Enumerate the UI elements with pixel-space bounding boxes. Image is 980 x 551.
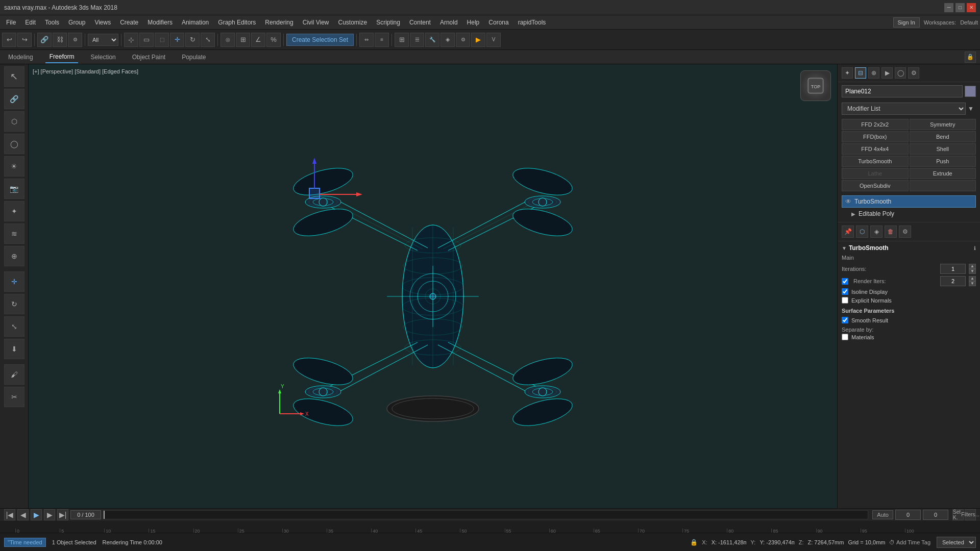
menu-content[interactable]: Content [405, 17, 435, 28]
scene-button[interactable]: 🔧 [425, 33, 439, 47]
lt-rotate[interactable]: ↻ [4, 294, 24, 314]
lt-select[interactable]: ↖ [4, 66, 24, 87]
tl-prev-frame[interactable]: ◀ [17, 509, 29, 520]
tl-next-end[interactable]: ▶| [57, 509, 68, 520]
tab-freeform[interactable]: Freeform [45, 51, 79, 63]
mod-opensubdiv[interactable]: OpenSubdiv [842, 180, 909, 191]
utility-panel-icon[interactable]: ⚙ [908, 67, 919, 79]
lt-knife[interactable]: ✂ [4, 387, 24, 407]
undo-button[interactable]: ↩ [2, 33, 16, 47]
timeline-track[interactable] [103, 510, 868, 519]
select-all-button[interactable]: ⬚ [155, 33, 169, 47]
tab-modeling[interactable]: Modeling [4, 52, 37, 63]
grid-view-button[interactable]: ⊞ [395, 33, 409, 47]
vray-button[interactable]: V [486, 33, 501, 47]
unlink-button[interactable]: ⛓ [53, 33, 67, 47]
render-iters-checkbox[interactable] [842, 278, 848, 285]
configure-button[interactable]: ⚙ [899, 226, 911, 238]
sign-in-button[interactable]: Sign In [893, 17, 920, 28]
menu-rendering[interactable]: Rendering [261, 17, 297, 28]
make-unique-button[interactable]: ◈ [870, 226, 883, 238]
menu-rapid-tools[interactable]: rapidTools [514, 17, 550, 28]
maximize-button[interactable]: □ [955, 3, 965, 12]
mirror-button[interactable]: ⇔ [359, 33, 374, 47]
tl-next-frame[interactable]: ▶ [44, 509, 55, 520]
selection-lock-icon[interactable]: 🔒 [690, 539, 698, 546]
lt-link[interactable]: 🔗 [4, 89, 24, 109]
lt-light[interactable]: ☀ [4, 156, 24, 177]
mod-ffd-2x2[interactable]: FFD 2x2x2 [842, 119, 909, 130]
tab-selection[interactable]: Selection [86, 52, 119, 63]
link-button[interactable]: 🔗 [37, 33, 52, 47]
menu-scripting[interactable]: Scripting [372, 17, 404, 28]
motion-panel-icon[interactable]: ▶ [881, 67, 893, 79]
tl-play[interactable]: ▶ [31, 509, 42, 520]
percent-snap-button[interactable]: % [266, 33, 281, 47]
expand-icon[interactable]: ▶ [851, 211, 855, 217]
key-end-input[interactable] [923, 510, 948, 520]
close-button[interactable]: ✕ [967, 3, 976, 12]
lt-helpers[interactable]: ✦ [4, 201, 24, 221]
render-button[interactable]: ▶ [471, 33, 485, 47]
mod-turbosmooth[interactable]: TurboSmooth [842, 156, 909, 167]
menu-group[interactable]: Group [64, 17, 89, 28]
menu-help[interactable]: Help [463, 17, 484, 28]
key-filters-button[interactable]: Filters... [965, 509, 976, 520]
mod-bend[interactable]: Bend [910, 131, 976, 142]
scale-button[interactable]: ⤡ [201, 33, 215, 47]
move-button[interactable]: ✛ [170, 33, 184, 47]
lt-systems[interactable]: ⊕ [4, 246, 24, 266]
iterations-input[interactable] [940, 264, 966, 274]
render-iters-input[interactable] [940, 276, 966, 286]
stack-item-turbosmooth[interactable]: 👁 TurboSmooth [842, 195, 976, 208]
object-color-swatch[interactable] [965, 86, 976, 97]
isoline-checkbox[interactable] [842, 288, 848, 295]
menu-customize[interactable]: Customize [334, 17, 372, 28]
select-button[interactable]: ⊹ [124, 33, 138, 47]
lt-paint[interactable]: 🖌 [4, 364, 24, 385]
angle-snap-button[interactable]: ∠ [251, 33, 265, 47]
tab-populate[interactable]: Populate [178, 52, 210, 63]
collapse-icon[interactable]: ▼ [842, 245, 847, 251]
redo-button[interactable]: ↪ [17, 33, 32, 47]
tl-prev-start[interactable]: |◀ [4, 509, 15, 520]
menu-animation[interactable]: Animation [178, 17, 213, 28]
align-button[interactable]: ≡ [375, 33, 389, 47]
modifier-list-dropdown[interactable]: Modifier List [842, 103, 966, 115]
render-iters-down[interactable]: ▼ [969, 281, 976, 286]
mod-ffd-4x4[interactable]: FFD 4x4x4 [842, 143, 909, 155]
explicit-normals-checkbox[interactable] [842, 297, 848, 304]
layer-button[interactable]: ☰ [410, 33, 424, 47]
stack-item-editablepoly[interactable]: ▶ Editable Poly [842, 208, 976, 220]
lt-geo[interactable]: ⬡ [4, 111, 24, 132]
render-setup-button[interactable]: ⚙ [456, 33, 470, 47]
mod-shell[interactable]: Shell [910, 143, 976, 155]
mod-symmetry[interactable]: Symmetry [910, 119, 976, 130]
auto-key-button[interactable]: Auto [872, 510, 893, 519]
menu-file[interactable]: File [2, 17, 20, 28]
iterations-down[interactable]: ▼ [969, 269, 976, 274]
menu-create[interactable]: Create [116, 17, 142, 28]
create-panel-icon[interactable]: ✦ [842, 67, 853, 79]
viewport[interactable]: [+] [Perspective] [Standard] [Edged Face… [29, 64, 837, 508]
remove-modifier-button[interactable]: 🗑 [885, 226, 897, 238]
tab-object-paint[interactable]: Object Paint [128, 52, 169, 63]
bind-button[interactable]: ⚙ [68, 33, 82, 47]
hierarchy-panel-icon[interactable]: ⊕ [868, 67, 879, 79]
menu-tools[interactable]: Tools [41, 17, 63, 28]
minimize-button[interactable]: ─ [944, 3, 953, 12]
menu-arnold[interactable]: Arnold [436, 17, 462, 28]
lt-scale[interactable]: ⤡ [4, 316, 24, 337]
pin-stack-button[interactable]: 📌 [842, 226, 854, 238]
key-start-input[interactable] [895, 510, 921, 520]
render-iters-up[interactable]: ▲ [969, 276, 976, 281]
add-time-tag-button[interactable]: ⏱ Add Time Tag [889, 539, 930, 545]
create-selection-set-button[interactable]: Create Selection Set [286, 34, 354, 46]
menu-views[interactable]: Views [90, 17, 115, 28]
lock-button[interactable]: 🔒 [965, 52, 976, 63]
iterations-up[interactable]: ▲ [969, 264, 976, 269]
object-name-input[interactable] [842, 85, 963, 97]
snap-button[interactable]: ⊞ [236, 33, 250, 47]
modify-panel-icon[interactable]: ⊟ [855, 67, 866, 79]
mod-push[interactable]: Push [910, 156, 976, 167]
